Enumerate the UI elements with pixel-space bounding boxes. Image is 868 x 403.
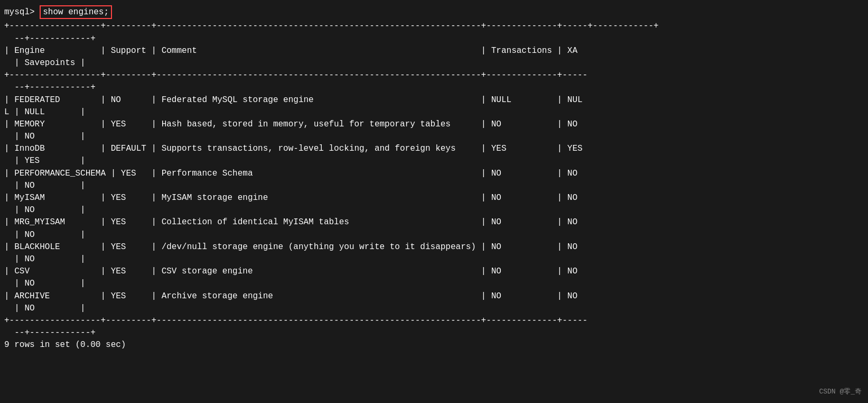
row-archive-1: | ARCHIVE | YES | Archive storage engine… bbox=[0, 290, 868, 303]
row-csv-1: | CSV | YES | CSV storage engine | NO | … bbox=[0, 265, 868, 278]
row-mrgmyisam-2: | NO | bbox=[0, 229, 868, 241]
row-mrgmyisam-1: | MRG_MYISAM | YES | Collection of ident… bbox=[0, 216, 868, 228]
table-footer-2: --+------------+ bbox=[0, 327, 868, 339]
row-myisam-2: | NO | bbox=[0, 204, 868, 216]
table-line-2: --+------------+ bbox=[0, 33, 868, 45]
row-innodb-2: | YES | bbox=[0, 155, 868, 167]
command-text: show engines; bbox=[40, 5, 112, 19]
table-header: | Engine | Support | Comment | Transacti… bbox=[0, 45, 868, 57]
row-perfschema-2: | NO | bbox=[0, 180, 868, 192]
row-myisam-1: | MyISAM | YES | MyISAM storage engine |… bbox=[0, 192, 868, 204]
table-header-cont: | Savepoints | bbox=[0, 57, 868, 69]
row-blackhole-1: | BLACKHOLE | YES | /dev/null storage en… bbox=[0, 241, 868, 253]
table-divider: +------------------+---------+----------… bbox=[0, 69, 868, 81]
row-blackhole-2: | NO | bbox=[0, 253, 868, 265]
row-federated-1: | FEDERATED | NO | Federated MySQL stora… bbox=[0, 94, 868, 106]
row-federated-2: L | NULL | bbox=[0, 106, 868, 118]
row-perfschema-1: | PERFORMANCE_SCHEMA | YES | Performance… bbox=[0, 168, 868, 180]
table-line-1: +------------------+---------+----------… bbox=[0, 20, 868, 32]
mysql-prompt: mysql> bbox=[4, 6, 40, 18]
table-divider-cont: --+------------+ bbox=[0, 81, 868, 94]
watermark: CSDN @零_奇 bbox=[819, 387, 862, 397]
result-summary: 9 rows in set (0.00 sec) bbox=[0, 339, 868, 351]
row-csv-2: | NO | bbox=[0, 278, 868, 290]
terminal-window: mysql> show engines; +------------------… bbox=[0, 0, 868, 355]
command-line: mysql> show engines; bbox=[0, 4, 868, 20]
row-memory-2: | NO | bbox=[0, 131, 868, 143]
row-memory-1: | MEMORY | YES | Hash based, stored in m… bbox=[0, 118, 868, 131]
table-footer-1: +------------------+---------+----------… bbox=[0, 315, 868, 327]
table-output: +------------------+---------+----------… bbox=[0, 20, 868, 351]
row-archive-2: | NO | bbox=[0, 303, 868, 315]
row-innodb-1: | InnoDB | DEFAULT | Supports transactio… bbox=[0, 143, 868, 155]
